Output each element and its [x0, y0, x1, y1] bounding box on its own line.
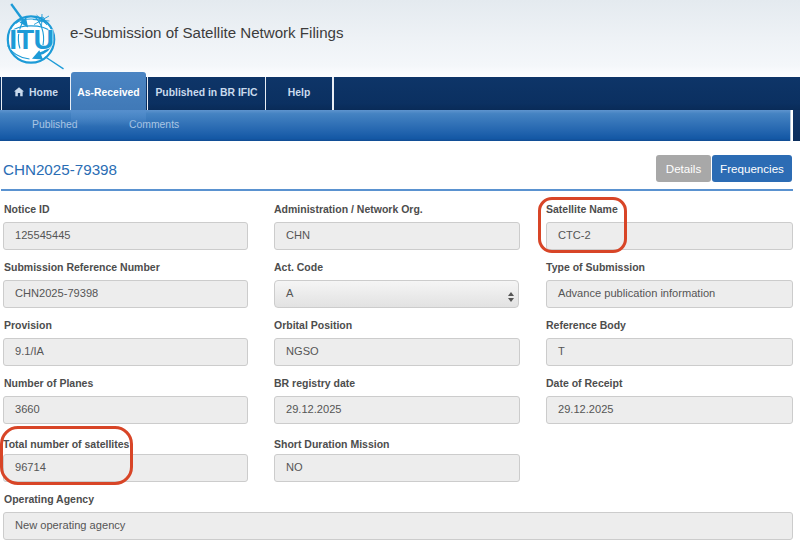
- svg-text:ITU: ITU: [9, 23, 53, 55]
